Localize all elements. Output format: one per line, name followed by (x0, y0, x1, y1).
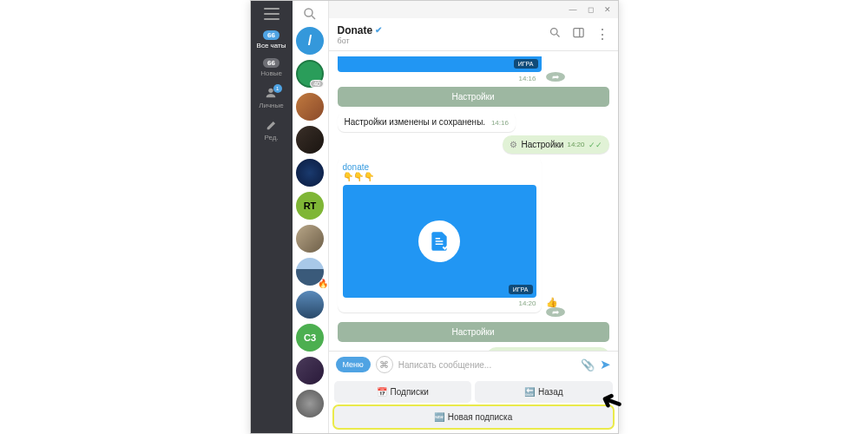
chat-avatar-3[interactable] (296, 93, 324, 121)
chat-main: — ◻ ✕ Donate✔ бот ⋮ ИГРА 14:16 ➦ Настрой… (329, 1, 618, 433)
read-checks-icon: ✓✓ (589, 141, 602, 149)
chat-avatar-11[interactable] (296, 357, 324, 385)
attach-icon[interactable]: 📎 (581, 358, 595, 372)
window-close[interactable]: ✕ (604, 5, 611, 14)
chat-avatar-2[interactable]: 40 (296, 60, 324, 88)
document-icon (418, 220, 460, 262)
chat-avatar-c3[interactable]: C3 (296, 324, 324, 352)
chat-avatar-5[interactable] (296, 159, 324, 187)
message-time: 14:16 (491, 119, 509, 127)
new-icon: 🆕 (434, 412, 444, 422)
header-actions: ⋮ (549, 26, 609, 43)
message-card[interactable]: donate 👇👇👇 ИГРА 14:20 (338, 157, 542, 312)
message-out[interactable]: ⚙ Настройки 14:20 ✓✓ (503, 135, 608, 154)
inline-kb-settings[interactable]: Настройки (338, 87, 609, 107)
message-input[interactable] (398, 360, 575, 370)
back-icon: 🔙 (524, 387, 535, 397)
app-window: 66 Все чаты 66 Новые 1 Личные Ред. / 40 … (250, 0, 619, 434)
card-emoji: 👇👇👇 (343, 172, 536, 181)
nav-edit[interactable]: Ред. (263, 118, 280, 141)
send-button[interactable]: ➤ (600, 357, 611, 372)
chat-avatar-12[interactable] (296, 390, 324, 418)
fire-icon: 🔥 (318, 279, 328, 288)
reply-keyboard: 📅Подписки 🔙Назад 🆕Новая подписка (329, 378, 618, 433)
verified-icon: ✔ (375, 25, 382, 35)
chat-header[interactable]: Donate✔ бот ⋮ (329, 18, 618, 51)
panel-icon[interactable] (572, 26, 585, 39)
message-in[interactable]: Настройки изменены и сохранены. 14:16 (338, 112, 516, 132)
gear-icon: ⚙ (510, 140, 517, 149)
svg-point-2 (550, 29, 557, 36)
chat-list: / 40 RT 🔥 C3 (293, 1, 329, 433)
chat-avatar-7[interactable] (296, 225, 324, 253)
window-minimize[interactable]: — (569, 5, 577, 14)
kb-back[interactable]: 🔙Назад (475, 381, 613, 403)
pencil-icon (263, 118, 280, 132)
kb-label: Подписки (391, 387, 429, 397)
chat-messages: ИГРА 14:16 ➦ Настройки Настройки изменен… (329, 51, 618, 351)
chat-avatar-rt[interactable]: RT (296, 192, 324, 220)
nav-dot: 1 (273, 84, 282, 93)
chat-title: Donate✔ (338, 24, 383, 36)
nav-all-chats[interactable]: 66 Все чаты (257, 30, 286, 49)
badge-all-chats: 66 (263, 30, 279, 40)
kb-subscriptions[interactable]: 📅Подписки (334, 381, 472, 403)
card-link[interactable]: donate (343, 162, 536, 172)
chat-title-text: Donate (338, 24, 373, 36)
kb-label: Новая подписка (448, 412, 513, 422)
message-text: Настройки (521, 140, 563, 149)
chat-avatar-8[interactable]: 🔥 (296, 258, 324, 286)
calendar-icon: 📅 (377, 387, 387, 397)
nav-label: Личные (259, 102, 284, 109)
commands-icon[interactable]: ⌘ (376, 356, 393, 373)
nav-new[interactable]: 66 Новые (260, 58, 282, 77)
card-image[interactable]: ИГРА (343, 185, 536, 298)
share-button[interactable]: ➦ (546, 72, 565, 82)
window-maximize[interactable]: ◻ (588, 5, 594, 14)
search-icon[interactable] (302, 6, 318, 22)
more-icon[interactable]: ⋮ (595, 26, 609, 43)
hamburger-menu[interactable] (264, 8, 279, 20)
kb-label: Назад (538, 387, 563, 397)
svg-point-1 (305, 9, 312, 16)
nav-label: Все чаты (257, 42, 286, 49)
badge-new: 66 (263, 58, 279, 68)
nav-personal[interactable]: 1 Личные (259, 86, 284, 109)
svg-rect-3 (573, 29, 582, 37)
chat-avatar-bot[interactable]: / (296, 27, 324, 55)
message-text: Настройки изменены и сохранены. (345, 117, 486, 127)
folders-sidebar: 66 Все чаты 66 Новые 1 Личные Ред. (251, 1, 293, 433)
game-tag: ИГРА (514, 59, 538, 69)
chat-avatar-4[interactable] (296, 126, 324, 154)
search-icon[interactable] (549, 26, 562, 39)
nav-label: Новые (260, 69, 282, 77)
menu-button[interactable]: Меню (336, 357, 371, 372)
message-card-partial[interactable]: ИГРА 14:16 (338, 56, 542, 86)
chat-avatar-9[interactable] (296, 291, 324, 319)
message-time: 14:20 (567, 141, 584, 148)
nav-label: Ред. (264, 134, 278, 141)
chat-badge: 40 (310, 80, 324, 88)
game-tag: ИГРА (509, 285, 533, 294)
share-button[interactable]: ➦ (546, 307, 565, 317)
window-titlebar: — ◻ ✕ (329, 1, 618, 18)
chat-subtitle: бот (338, 36, 383, 45)
message-time: 14:16 (518, 75, 536, 82)
message-composer: Меню ⌘ 📎 ➤ (329, 351, 618, 378)
kb-new-subscription[interactable]: 🆕Новая подписка (334, 406, 613, 428)
message-time: 14:20 (518, 299, 536, 307)
inline-kb-settings[interactable]: Настройки (338, 322, 609, 342)
